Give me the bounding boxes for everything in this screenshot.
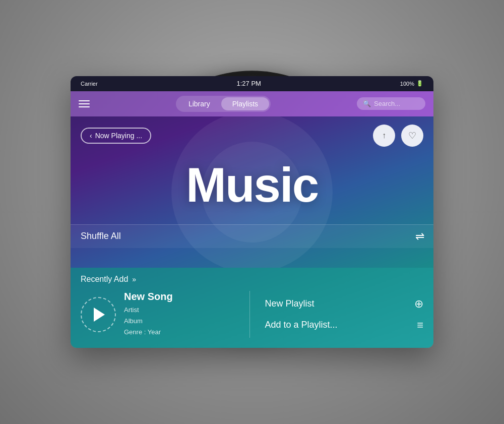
now-playing-button[interactable]: ‹ Now Playing ...	[81, 128, 151, 144]
hamburger-line-3	[79, 106, 90, 107]
nav-bar: Library Playlists 🔍	[71, 91, 433, 116]
recently-add-header: Recently Add »	[81, 275, 423, 284]
nav-tabs: Library Playlists	[176, 96, 271, 112]
carrier-label: Carrier	[81, 81, 98, 87]
music-app-card: Carrier 1:27 PM 100% 🔋 Library Playlists…	[71, 76, 433, 348]
bottom-content: New Song Artist Album Genre : Year New P…	[81, 291, 423, 338]
search-icon: 🔍	[363, 100, 371, 107]
bottom-section: Recently Add » New Song Artist Album Gen…	[71, 268, 433, 348]
new-playlist-label: New Playlist	[265, 298, 314, 309]
search-input[interactable]	[374, 100, 419, 107]
chevron-right-double-icon[interactable]: »	[132, 275, 136, 283]
song-info: New Song Artist Album Genre : Year	[124, 291, 173, 338]
add-to-playlist-label: Add to a Playlist...	[265, 320, 338, 330]
hamburger-line-1	[79, 100, 90, 101]
tab-playlists[interactable]: Playlists	[221, 97, 269, 110]
song-genre: Genre : Year	[124, 327, 173, 338]
time-label: 1:27 PM	[237, 80, 261, 87]
search-box[interactable]: 🔍	[357, 97, 425, 110]
recently-add-label: Recently Add	[81, 275, 128, 284]
playlist-options: New Playlist ⊕ Add to a Playlist... ≡	[260, 291, 424, 338]
share-button[interactable]: ↑	[373, 125, 395, 147]
song-item: New Song Artist Album Genre : Year	[81, 291, 239, 338]
hamburger-menu-button[interactable]	[79, 100, 90, 107]
play-triangle-icon	[94, 308, 105, 322]
battery-icon: 🔋	[416, 80, 423, 87]
shuffle-row: Shuffle All ⇌	[71, 224, 433, 248]
song-artist: Artist	[124, 305, 173, 316]
add-playlist-icon: ⊕	[414, 297, 423, 311]
status-right: 100% 🔋	[400, 80, 423, 87]
now-playing-label: Now Playing ...	[95, 132, 142, 140]
add-to-playlist-option[interactable]: Add to a Playlist... ≡	[265, 319, 424, 332]
battery-label: 100%	[400, 81, 414, 87]
new-playlist-option[interactable]: New Playlist ⊕	[265, 297, 424, 311]
song-title: New Song	[124, 291, 173, 302]
heart-icon: ♡	[408, 130, 416, 141]
music-title: Music	[71, 151, 433, 224]
hero-section: ‹ Now Playing ... ↑ ♡ Music Shuffle All …	[71, 116, 433, 268]
share-icon: ↑	[382, 131, 386, 140]
hamburger-line-2	[79, 103, 90, 104]
shuffle-label: Shuffle All	[81, 231, 121, 241]
hero-header: ‹ Now Playing ... ↑ ♡	[71, 116, 433, 151]
chevron-left-icon: ‹	[90, 132, 92, 140]
tab-library[interactable]: Library	[177, 97, 221, 110]
vertical-divider	[249, 291, 250, 338]
play-button[interactable]	[81, 297, 116, 332]
list-playlist-icon: ≡	[417, 319, 423, 332]
song-album: Album	[124, 316, 173, 327]
hero-actions: ↑ ♡	[373, 125, 423, 147]
favorite-button[interactable]: ♡	[401, 125, 423, 147]
status-bar: Carrier 1:27 PM 100% 🔋	[71, 76, 433, 91]
shuffle-icon[interactable]: ⇌	[415, 230, 423, 243]
